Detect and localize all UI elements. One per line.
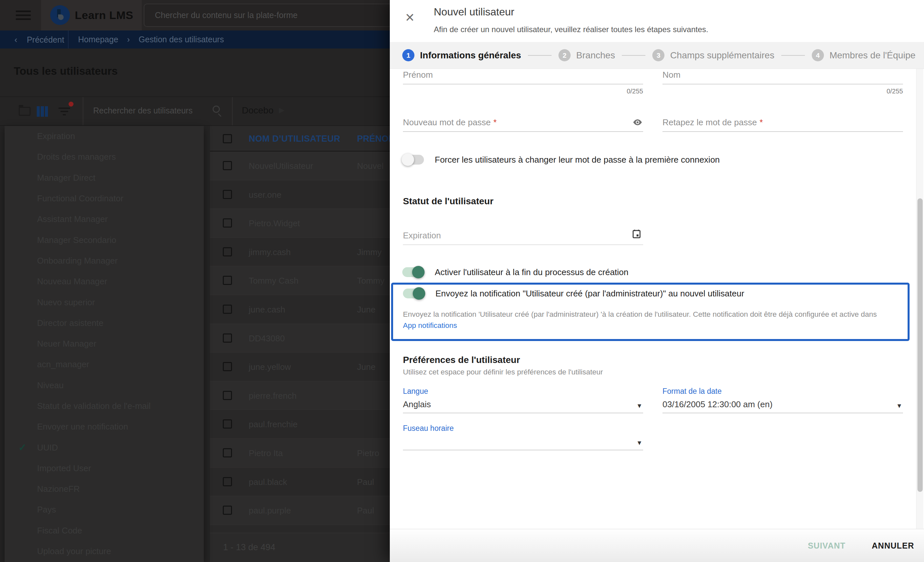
table-row[interactable]: june.yellowJune xyxy=(210,353,390,381)
app-notifications-link[interactable]: App notifications xyxy=(403,321,457,330)
wizard-step-2[interactable]: 2Branches xyxy=(558,49,615,61)
dropdown-item[interactable]: Nouveau Manager xyxy=(4,271,204,292)
calendar-icon[interactable] xyxy=(633,229,640,238)
global-search-input[interactable]: Chercher du contenu sur la plate-forme xyxy=(144,4,393,27)
dropdown-item[interactable]: Droits des managers xyxy=(4,146,204,167)
columns-icon[interactable] xyxy=(37,106,48,117)
row-checkbox[interactable] xyxy=(223,276,232,285)
dropdown-item[interactable]: ✓UUID xyxy=(4,437,204,458)
force-password-change-toggle[interactable] xyxy=(402,155,424,164)
activate-user-toggle[interactable] xyxy=(402,267,424,277)
row-checkbox[interactable] xyxy=(223,391,232,400)
send-notification-toggle[interactable] xyxy=(403,288,424,298)
wizard-step-1[interactable]: 1Informations générales xyxy=(402,49,521,61)
language-select[interactable]: Langue Anglais ▼ xyxy=(403,387,643,413)
row-checkbox[interactable] xyxy=(223,161,232,170)
dropdown-item[interactable]: Onboarding Manager xyxy=(4,251,204,271)
dropdown-item[interactable]: Statut de validation de l'e-mail xyxy=(4,396,204,416)
cell-username: june.yellow xyxy=(249,362,291,372)
dropdown-item[interactable]: Imported User xyxy=(4,458,204,479)
table-row[interactable]: Tommy CashTommy xyxy=(210,266,390,295)
back-button[interactable]: ‹ Précédent xyxy=(14,35,64,45)
table-row[interactable]: jimmy.cashJimmy xyxy=(210,238,390,266)
dropdown-item-label: Nouveau Manager xyxy=(37,277,107,287)
table-row[interactable]: pierre.french xyxy=(210,381,390,410)
row-checkbox[interactable] xyxy=(223,247,232,256)
brand-logo[interactable]: Learn LMS xyxy=(41,0,142,30)
table-row[interactable]: paul.frenchie xyxy=(210,410,390,439)
modal-scrollbar-track[interactable] xyxy=(916,69,923,529)
modal-scrollbar-thumb[interactable] xyxy=(917,198,922,492)
firstname-field[interactable]: Prénom 0/255 xyxy=(403,69,643,84)
dropdown-item[interactable]: Nuevo superior xyxy=(4,292,204,312)
column-header-username[interactable]: NOM D’UTILISATEUR xyxy=(249,134,340,144)
retype-password-field[interactable]: Retapez le mot de passe* xyxy=(663,115,903,132)
menu-icon[interactable] xyxy=(16,10,31,20)
dropdown-item[interactable]: Fiscal Code xyxy=(4,520,204,541)
table-row[interactable]: Pietro ItaPietro xyxy=(210,439,390,468)
dropdown-item[interactable]: Envoyer une notification xyxy=(4,416,204,437)
close-icon[interactable]: ✕ xyxy=(405,12,415,24)
expiration-field[interactable]: Expiration xyxy=(403,228,643,245)
dropdown-item[interactable]: Assistant Manager xyxy=(4,209,204,230)
table-row[interactable]: NouvelUtilisateurNouvel xyxy=(210,151,390,180)
check-icon: ✓ xyxy=(18,442,27,453)
lastname-field[interactable]: Nom 0/255 xyxy=(663,69,903,84)
wizard-step-3[interactable]: 3Champs supplémentaires xyxy=(652,49,774,61)
step-label: Branches xyxy=(576,50,615,61)
table-row[interactable]: DD43080 xyxy=(210,324,390,353)
row-checkbox[interactable] xyxy=(223,362,232,371)
row-checkbox[interactable] xyxy=(223,190,232,199)
dropdown-arrow-icon: ▼ xyxy=(636,402,642,410)
row-checkbox[interactable] xyxy=(223,505,232,515)
dropdown-item[interactable]: acn_manager xyxy=(4,354,204,375)
dropdown-item[interactable]: Manager Direct xyxy=(4,167,204,188)
wizard-step-4[interactable]: 4Membres de l'Équipe xyxy=(812,49,915,61)
dropdown-item[interactable]: Director asistente xyxy=(4,313,204,333)
table-row[interactable]: Pietro.Widget xyxy=(210,209,390,238)
dropdown-item[interactable]: Upload your picture xyxy=(4,541,204,562)
row-checkbox[interactable] xyxy=(223,419,232,429)
chevron-left-icon: ‹ xyxy=(14,35,17,45)
cell-username: user.one xyxy=(249,190,282,200)
show-password-icon[interactable] xyxy=(633,119,642,126)
next-button[interactable]: SUIVANT xyxy=(808,541,846,550)
step-number: 4 xyxy=(812,49,824,61)
branch-selector[interactable]: Docebo xyxy=(242,105,274,116)
column-header-firstname[interactable]: PRÉNOM xyxy=(357,134,390,144)
column-dropdown-panel: ExpirationDroits des managersManager Dir… xyxy=(4,126,204,562)
modal-subtitle: Afin de créer un nouvel utilisateur, veu… xyxy=(434,25,708,34)
row-checkbox[interactable] xyxy=(223,448,232,457)
dropdown-arrow-icon: ▼ xyxy=(896,402,902,410)
dropdown-item[interactable]: Pays xyxy=(4,499,204,520)
dropdown-item-label: Assistant Manager xyxy=(37,214,108,224)
breadcrumb-homepage[interactable]: Homepage xyxy=(78,35,118,44)
new-password-field[interactable]: Nouveau mot de passe* xyxy=(403,115,643,132)
filter-icon[interactable] xyxy=(58,108,70,116)
dropdown-item[interactable]: NazioneFR xyxy=(4,479,204,499)
pagination-label: 1 - 13 de 494 xyxy=(223,542,275,553)
table-row[interactable]: june.cashJune xyxy=(210,295,390,324)
dropdown-item[interactable]: Functional Coordinator xyxy=(4,188,204,209)
row-checkbox[interactable] xyxy=(223,333,232,343)
table-row[interactable]: paul.purplePaul xyxy=(210,496,390,525)
select-all-checkbox[interactable] xyxy=(223,134,232,143)
search-icon[interactable] xyxy=(213,106,220,113)
dropdown-item[interactable]: Expiration xyxy=(4,126,204,146)
timezone-select[interactable]: Fuseau horaire ▼ xyxy=(403,424,643,450)
cancel-button[interactable]: ANNULER xyxy=(872,541,914,550)
dropdown-item-label: Nuevo superior xyxy=(37,297,95,308)
row-checkbox[interactable] xyxy=(223,218,232,227)
folder-icon[interactable] xyxy=(19,107,30,116)
table-row[interactable]: user.one xyxy=(210,180,390,209)
dropdown-item[interactable]: Niveau xyxy=(4,375,204,396)
dropdown-item[interactable]: Neuer Manager xyxy=(4,333,204,354)
row-checkbox[interactable] xyxy=(223,477,232,486)
dropdown-item-label: Onboarding Manager xyxy=(37,256,118,266)
users-search-input[interactable]: Rechercher des utilisateurs xyxy=(93,106,193,115)
row-checkbox[interactable] xyxy=(223,305,232,314)
table-row[interactable]: paul.blackPaul xyxy=(210,468,390,496)
dropdown-item-label: Manager Direct xyxy=(37,173,96,183)
date-format-select[interactable]: Format de la date 03/16/2005 12:30:00 am… xyxy=(663,387,903,413)
dropdown-item[interactable]: Manager Secondario xyxy=(4,230,204,250)
